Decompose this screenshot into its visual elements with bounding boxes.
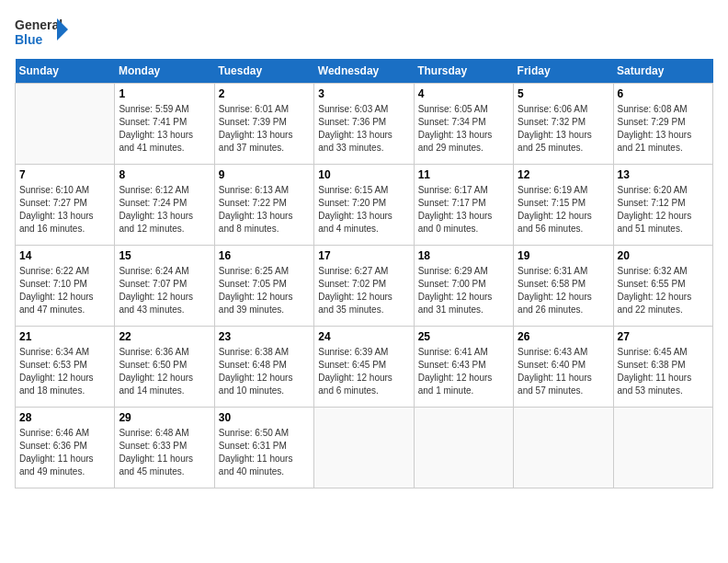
day-number: 1 — [119, 87, 210, 100]
day-info: Sunrise: 6:05 AM Sunset: 7:34 PM Dayligh… — [418, 103, 509, 155]
calendar-cell: 12Sunrise: 6:19 AM Sunset: 7:15 PM Dayli… — [514, 165, 613, 246]
calendar-cell: 17Sunrise: 6:27 AM Sunset: 7:02 PM Dayli… — [314, 246, 414, 327]
svg-text:Blue: Blue — [15, 32, 43, 47]
day-number: 16 — [219, 249, 310, 262]
day-number: 28 — [19, 411, 110, 424]
day-header-tuesday: Tuesday — [214, 59, 313, 84]
day-info: Sunrise: 6:27 AM Sunset: 7:02 PM Dayligh… — [318, 265, 409, 316]
day-number: 25 — [418, 330, 509, 343]
day-info: Sunrise: 6:41 AM Sunset: 6:43 PM Dayligh… — [418, 346, 509, 397]
day-number: 18 — [418, 249, 509, 262]
day-number: 19 — [518, 249, 609, 262]
day-info: Sunrise: 6:31 AM Sunset: 6:58 PM Dayligh… — [518, 265, 609, 316]
day-number: 30 — [219, 411, 310, 424]
day-header-saturday: Saturday — [613, 59, 712, 84]
day-header-monday: Monday — [115, 59, 214, 84]
day-header-wednesday: Wednesday — [314, 59, 414, 84]
day-info: Sunrise: 6:34 AM Sunset: 6:53 PM Dayligh… — [19, 346, 110, 397]
calendar-cell: 4Sunrise: 6:05 AM Sunset: 7:34 PM Daylig… — [414, 84, 513, 165]
day-info: Sunrise: 6:46 AM Sunset: 6:36 PM Dayligh… — [19, 427, 110, 478]
day-number: 8 — [119, 168, 210, 181]
day-info: Sunrise: 6:15 AM Sunset: 7:20 PM Dayligh… — [318, 184, 409, 236]
day-info: Sunrise: 6:29 AM Sunset: 7:00 PM Dayligh… — [418, 265, 509, 316]
calendar-cell — [514, 408, 613, 488]
week-row-5: 28Sunrise: 6:46 AM Sunset: 6:36 PM Dayli… — [16, 408, 713, 488]
day-number: 17 — [318, 249, 409, 262]
calendar-cell: 14Sunrise: 6:22 AM Sunset: 7:10 PM Dayli… — [16, 246, 115, 327]
calendar-cell: 19Sunrise: 6:31 AM Sunset: 6:58 PM Dayli… — [514, 246, 613, 327]
calendar-cell: 7Sunrise: 6:10 AM Sunset: 7:27 PM Daylig… — [16, 165, 115, 246]
day-info: Sunrise: 6:10 AM Sunset: 7:27 PM Dayligh… — [19, 184, 110, 236]
day-info: Sunrise: 6:45 AM Sunset: 6:38 PM Dayligh… — [618, 346, 709, 397]
calendar-cell: 13Sunrise: 6:20 AM Sunset: 7:12 PM Dayli… — [613, 165, 712, 246]
day-info: Sunrise: 6:03 AM Sunset: 7:36 PM Dayligh… — [318, 103, 409, 155]
day-number: 23 — [219, 330, 310, 343]
day-info: Sunrise: 6:17 AM Sunset: 7:17 PM Dayligh… — [418, 184, 509, 236]
day-number: 4 — [418, 87, 509, 100]
day-header-sunday: Sunday — [16, 59, 115, 84]
day-info: Sunrise: 6:36 AM Sunset: 6:50 PM Dayligh… — [119, 346, 210, 397]
day-number: 27 — [618, 330, 709, 343]
day-info: Sunrise: 6:06 AM Sunset: 7:32 PM Dayligh… — [518, 103, 609, 155]
day-info: Sunrise: 6:08 AM Sunset: 7:29 PM Dayligh… — [618, 103, 709, 155]
logo-svg: GeneralBlue — [15, 15, 70, 48]
calendar-cell: 8Sunrise: 6:12 AM Sunset: 7:24 PM Daylig… — [115, 165, 214, 246]
calendar-cell: 5Sunrise: 6:06 AM Sunset: 7:32 PM Daylig… — [514, 84, 613, 165]
day-number: 24 — [318, 330, 409, 343]
day-number: 29 — [119, 411, 210, 424]
calendar-cell: 20Sunrise: 6:32 AM Sunset: 6:55 PM Dayli… — [613, 246, 712, 327]
day-info: Sunrise: 6:50 AM Sunset: 6:31 PM Dayligh… — [219, 427, 310, 478]
day-number: 22 — [119, 330, 210, 343]
calendar-cell: 23Sunrise: 6:38 AM Sunset: 6:48 PM Dayli… — [214, 327, 313, 408]
week-row-2: 7Sunrise: 6:10 AM Sunset: 7:27 PM Daylig… — [16, 165, 713, 246]
calendar-cell: 10Sunrise: 6:15 AM Sunset: 7:20 PM Dayli… — [314, 165, 414, 246]
calendar-cell — [314, 408, 414, 488]
calendar-cell: 30Sunrise: 6:50 AM Sunset: 6:31 PM Dayli… — [214, 408, 313, 488]
day-number: 12 — [518, 168, 609, 181]
svg-text:General: General — [15, 17, 63, 32]
week-row-1: 1Sunrise: 5:59 AM Sunset: 7:41 PM Daylig… — [16, 84, 713, 165]
calendar-cell: 25Sunrise: 6:41 AM Sunset: 6:43 PM Dayli… — [414, 327, 513, 408]
calendar-cell: 1Sunrise: 5:59 AM Sunset: 7:41 PM Daylig… — [115, 84, 214, 165]
day-number: 13 — [618, 168, 709, 181]
day-info: Sunrise: 5:59 AM Sunset: 7:41 PM Dayligh… — [119, 103, 210, 155]
calendar-table: SundayMondayTuesdayWednesdayThursdayFrid… — [15, 59, 713, 488]
calendar-cell: 18Sunrise: 6:29 AM Sunset: 7:00 PM Dayli… — [414, 246, 513, 327]
day-info: Sunrise: 6:24 AM Sunset: 7:07 PM Dayligh… — [119, 265, 210, 316]
calendar-cell: 2Sunrise: 6:01 AM Sunset: 7:39 PM Daylig… — [214, 84, 313, 165]
calendar-cell: 24Sunrise: 6:39 AM Sunset: 6:45 PM Dayli… — [314, 327, 414, 408]
calendar-cell: 16Sunrise: 6:25 AM Sunset: 7:05 PM Dayli… — [214, 246, 313, 327]
calendar-cell: 11Sunrise: 6:17 AM Sunset: 7:17 PM Dayli… — [414, 165, 513, 246]
day-number: 14 — [19, 249, 110, 262]
day-info: Sunrise: 6:32 AM Sunset: 6:55 PM Dayligh… — [618, 265, 709, 316]
day-info: Sunrise: 6:22 AM Sunset: 7:10 PM Dayligh… — [19, 265, 110, 316]
day-number: 6 — [618, 87, 709, 100]
day-number: 5 — [518, 87, 609, 100]
day-info: Sunrise: 6:25 AM Sunset: 7:05 PM Dayligh… — [219, 265, 310, 316]
day-number: 7 — [19, 168, 110, 181]
day-info: Sunrise: 6:43 AM Sunset: 6:40 PM Dayligh… — [518, 346, 609, 397]
calendar-cell: 3Sunrise: 6:03 AM Sunset: 7:36 PM Daylig… — [314, 84, 414, 165]
calendar-cell: 26Sunrise: 6:43 AM Sunset: 6:40 PM Dayli… — [514, 327, 613, 408]
day-header-thursday: Thursday — [414, 59, 513, 84]
calendar-cell: 6Sunrise: 6:08 AM Sunset: 7:29 PM Daylig… — [613, 84, 712, 165]
day-number: 11 — [418, 168, 509, 181]
calendar-cell — [16, 84, 115, 165]
week-row-3: 14Sunrise: 6:22 AM Sunset: 7:10 PM Dayli… — [16, 246, 713, 327]
calendar-cell: 22Sunrise: 6:36 AM Sunset: 6:50 PM Dayli… — [115, 327, 214, 408]
day-number: 20 — [618, 249, 709, 262]
day-number: 15 — [119, 249, 210, 262]
day-number: 10 — [318, 168, 409, 181]
day-number: 2 — [219, 87, 310, 100]
week-row-4: 21Sunrise: 6:34 AM Sunset: 6:53 PM Dayli… — [16, 327, 713, 408]
calendar-cell: 28Sunrise: 6:46 AM Sunset: 6:36 PM Dayli… — [16, 408, 115, 488]
logo: GeneralBlue — [15, 15, 70, 48]
day-number: 3 — [318, 87, 409, 100]
day-number: 9 — [219, 168, 310, 181]
day-info: Sunrise: 6:48 AM Sunset: 6:33 PM Dayligh… — [119, 427, 210, 478]
calendar-cell: 27Sunrise: 6:45 AM Sunset: 6:38 PM Dayli… — [613, 327, 712, 408]
day-info: Sunrise: 6:12 AM Sunset: 7:24 PM Dayligh… — [119, 184, 210, 236]
calendar-cell: 15Sunrise: 6:24 AM Sunset: 7:07 PM Dayli… — [115, 246, 214, 327]
calendar-cell — [613, 408, 712, 488]
calendar-cell — [414, 408, 513, 488]
